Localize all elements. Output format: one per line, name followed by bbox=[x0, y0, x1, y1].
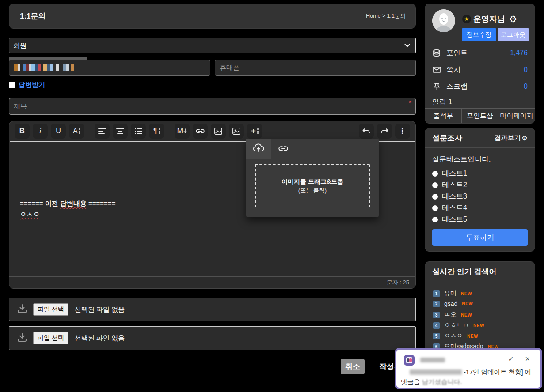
title-placeholder: 제목 bbox=[14, 102, 27, 111]
paragraph-format-button[interactable]: ¶ bbox=[149, 124, 164, 139]
upload-tab[interactable] bbox=[246, 139, 271, 159]
gallery-button[interactable] bbox=[229, 124, 244, 139]
points-value: 1,476 bbox=[510, 49, 528, 57]
search-rank-item[interactable]: 4ㅇㅎㄴㅁNEW bbox=[433, 321, 484, 329]
tab-my-page[interactable]: 마이페이지 bbox=[498, 109, 535, 123]
link-icon bbox=[278, 145, 288, 153]
profile-tab-bar: 출석부 포인트샵 마이페이지 bbox=[425, 108, 535, 123]
phone-field[interactable]: 휴대폰 bbox=[215, 60, 416, 76]
image-button[interactable] bbox=[211, 124, 226, 139]
italic-button[interactable]: i bbox=[33, 124, 48, 139]
scrap-label: 스크랩 bbox=[446, 82, 518, 91]
bold-button[interactable]: B bbox=[15, 124, 30, 139]
rich-text-editor: B i U A ¶ M + ⋮ ====== 이전 답변내용 ======= ㅇ… bbox=[9, 121, 416, 289]
answer-checkbox[interactable] bbox=[9, 82, 15, 88]
download-icon bbox=[17, 304, 27, 315]
username: 운영자님 bbox=[473, 14, 505, 24]
redo-button[interactable] bbox=[377, 124, 392, 139]
notification-toast[interactable]: ✓ × -17일 업데이트 현황] 에 댓글을 남기셨습니다. bbox=[395, 348, 542, 389]
search-rank-item[interactable]: 1유머NEW bbox=[433, 290, 472, 298]
close-icon[interactable]: × bbox=[525, 354, 530, 364]
redacted-text bbox=[410, 369, 462, 375]
link-tab[interactable] bbox=[271, 139, 296, 159]
survey-panel: 설문조사 결과보기⚙ 설문테스트입니다. 테스트1 테스트2 테스트3 테스트4… bbox=[425, 128, 535, 252]
dots-icon bbox=[159, 128, 160, 134]
profile-buttons: 정보수정 로그아웃 bbox=[462, 28, 529, 41]
check-icon[interactable]: ✓ bbox=[508, 355, 514, 363]
avatar[interactable] bbox=[432, 9, 455, 32]
new-badge: NEW bbox=[462, 302, 473, 306]
title-field[interactable]: 제목 * bbox=[9, 98, 416, 115]
rank-badge: 1 bbox=[433, 290, 440, 297]
logout-button[interactable]: 로그아웃 bbox=[498, 28, 529, 41]
required-asterisk: * bbox=[409, 99, 411, 106]
survey-option[interactable]: 테스트5 bbox=[432, 215, 467, 224]
scrap-row[interactable]: 스크랩 0 bbox=[432, 82, 528, 91]
gear-icon[interactable]: ⚙ bbox=[509, 14, 517, 24]
image-upload-popup: 이미지를 드래그&드롭 (또는 클릭) bbox=[246, 139, 379, 217]
rank-badge: 4 bbox=[433, 322, 440, 329]
alert-link[interactable]: 알림 1 bbox=[432, 98, 452, 107]
vote-button[interactable]: 투표하기 bbox=[432, 229, 528, 246]
dots-icon bbox=[257, 128, 259, 134]
link-button[interactable] bbox=[193, 124, 208, 139]
survey-option[interactable]: 테스트3 bbox=[432, 192, 467, 201]
redacted-email-mosaic bbox=[14, 64, 74, 72]
cloud-upload-icon bbox=[253, 143, 264, 154]
answer-checkbox-row: 답변받기 bbox=[9, 81, 45, 89]
search-rank-item[interactable]: 3ㄸ오NEW bbox=[433, 311, 472, 319]
download-icon bbox=[17, 333, 27, 343]
profile-panel: ★ 운영자님 ⚙ 정보수정 로그아웃 포인트 1,476 쪽지 0 스크랩 0 … bbox=[425, 4, 535, 124]
chevron-down-icon bbox=[404, 41, 410, 49]
messages-row[interactable]: 쪽지 0 bbox=[432, 65, 528, 75]
survey-option[interactable]: 테스트4 bbox=[432, 204, 467, 213]
phone-placeholder: 휴대폰 bbox=[220, 64, 240, 72]
char-count: 문자 : 25 bbox=[387, 279, 409, 286]
category-select[interactable]: 회원 bbox=[9, 38, 416, 53]
editor-menu-button[interactable]: ⋮ bbox=[395, 124, 410, 139]
redacted-toast-title bbox=[420, 358, 445, 362]
new-badge: NEW bbox=[461, 291, 472, 296]
tab-attendance[interactable]: 출석부 bbox=[425, 109, 461, 123]
rank-badge: 2 bbox=[433, 301, 440, 307]
edit-info-button[interactable]: 정보수정 bbox=[462, 28, 496, 41]
file-upload-row: 파일 선택 선택된 파일 없음 bbox=[9, 298, 416, 321]
file-status-text: 선택된 파일 없음 bbox=[75, 305, 125, 314]
breadcrumb[interactable]: Home > 1:1문의 bbox=[366, 12, 406, 20]
tab-point-shop[interactable]: 포인트샵 bbox=[461, 109, 498, 123]
radio-icon bbox=[432, 217, 438, 222]
category-selected-value: 회원 bbox=[13, 41, 404, 50]
image-popup-tabs bbox=[246, 139, 379, 159]
font-style-button[interactable]: A bbox=[69, 124, 84, 139]
file-select-button[interactable]: 파일 선택 bbox=[33, 303, 68, 316]
answer-checkbox-label[interactable]: 답변받기 bbox=[19, 81, 45, 89]
dropzone-text: 이미지를 드래그&드롭 bbox=[282, 177, 343, 186]
survey-option[interactable]: 테스트2 bbox=[432, 181, 467, 190]
cancel-button[interactable]: 취소 bbox=[341, 359, 365, 374]
survey-results-link[interactable]: 결과보기⚙ bbox=[495, 134, 528, 142]
undo-button[interactable] bbox=[359, 124, 374, 139]
radio-icon bbox=[432, 171, 438, 177]
file-select-button[interactable]: 파일 선택 bbox=[33, 332, 68, 344]
app-logo-icon bbox=[403, 354, 415, 366]
new-badge: NEW bbox=[461, 313, 472, 317]
list-button[interactable] bbox=[131, 124, 146, 139]
survey-title: 설문조사 bbox=[432, 133, 462, 143]
search-rank-item[interactable]: 5ㅇㅅㅇNEW bbox=[433, 332, 478, 340]
file-status-text: 선택된 파일 없음 bbox=[75, 334, 125, 343]
insert-more-button[interactable]: + bbox=[247, 124, 262, 139]
page-title: 1:1문의 bbox=[20, 11, 46, 21]
markdown-button[interactable]: M bbox=[175, 124, 190, 139]
search-rank-item[interactable]: 2gsadNEW bbox=[433, 300, 473, 307]
editor-text-line: ====== 이전 답변내용 ======= bbox=[20, 198, 115, 209]
image-dropzone[interactable]: 이미지를 드래그&드롭 (또는 클릭) bbox=[255, 164, 370, 207]
survey-option[interactable]: 테스트1 bbox=[432, 169, 467, 178]
align-center-button[interactable] bbox=[113, 124, 128, 139]
points-label: 포인트 bbox=[446, 49, 505, 58]
underline-button[interactable]: U bbox=[51, 124, 66, 139]
points-row[interactable]: 포인트 1,476 bbox=[432, 48, 528, 58]
align-left-button[interactable] bbox=[95, 124, 110, 139]
message-envelope-icon bbox=[432, 67, 441, 73]
email-field[interactable] bbox=[9, 60, 210, 76]
rank-badge: 3 bbox=[433, 312, 440, 318]
